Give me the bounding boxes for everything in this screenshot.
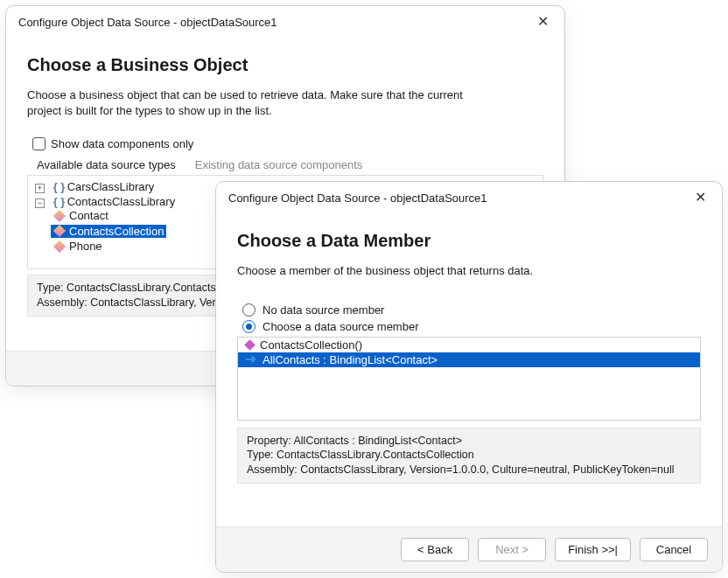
dialog-title: Configure Object Data Source - objectDat… (18, 16, 277, 29)
tree-label: ContactsCollection (69, 225, 164, 238)
member-info-panel: Property: AllContacts : BindingList<Cont… (237, 428, 701, 484)
back-button[interactable]: < Back (401, 538, 469, 561)
property-icon (246, 355, 256, 364)
method-icon (244, 339, 256, 351)
namespace-icon: { } (53, 195, 64, 208)
radio-icon[interactable] (242, 320, 256, 333)
finish-button[interactable]: Finish >>| (555, 538, 631, 561)
tree-class-contact[interactable]: Contact (51, 209, 111, 222)
member-list[interactable]: ContactsCollection() AllContacts : Bindi… (237, 337, 701, 421)
tabs: Available data source types Existing dat… (27, 154, 543, 175)
dialog-body: Choose a Data Member Choose a member of … (216, 212, 722, 526)
radio-no-data-source-member[interactable]: No data source member (242, 303, 701, 317)
titlebar: Configure Object Data Source - objectDat… (6, 6, 564, 36)
tree-class-phone[interactable]: Phone (51, 240, 105, 253)
tab-available-types[interactable]: Available data source types (27, 154, 186, 175)
collapse-icon[interactable]: − (35, 198, 45, 208)
info-line: Type: ContactsClassLibrary.ContactsColle… (247, 448, 691, 463)
namespace-icon: { } (53, 180, 64, 193)
titlebar: Configure Object Data Source - objectDat… (216, 182, 722, 212)
next-button: Next > (478, 538, 546, 561)
class-icon (53, 225, 66, 237)
page-subtext: Choose a business object that can be use… (27, 87, 500, 118)
info-line: Property: AllContacts : BindingList<Cont… (247, 434, 691, 449)
member-constructor[interactable]: ContactsCollection() (238, 338, 700, 352)
member-label: AllContacts : BindingList<Contact> (262, 353, 438, 366)
page-subtext: Choose a member of the business object t… (237, 263, 701, 279)
tree-label: ContactsClassLibrary (67, 195, 176, 208)
tree-namespace[interactable]: { } ContactsClassLibrary (51, 195, 178, 208)
dialog-footer: < Back Next > Finish >>| Cancel (216, 526, 722, 572)
checkbox-label: Show data components only (51, 137, 193, 150)
close-icon[interactable]: ✕ (690, 189, 711, 206)
tree-label: CarsClassLibrary (67, 180, 155, 193)
tree-namespace[interactable]: { } CarsClassLibrary (51, 180, 158, 193)
class-icon (53, 240, 66, 253)
class-icon (53, 210, 66, 222)
dialog-choose-data-member: Configure Object Data Source - objectDat… (215, 181, 723, 573)
checkbox-icon[interactable] (32, 137, 46, 150)
info-line: Assembly: ContactsClassLibrary, Version=… (247, 463, 691, 477)
radio-label: Choose a data source member (262, 320, 418, 333)
radio-icon[interactable] (242, 303, 256, 317)
tree-label: Phone (69, 240, 102, 253)
show-data-components-only[interactable]: Show data components only (32, 137, 543, 150)
tree-class-contactscollection[interactable]: ContactsCollection (51, 225, 166, 238)
member-label: ContactsCollection() (260, 338, 362, 352)
close-icon[interactable]: ✕ (532, 13, 554, 31)
tree-label: Contact (69, 209, 108, 222)
dialog-title: Configure Object Data Source - objectDat… (228, 192, 487, 205)
radio-label: No data source member (262, 303, 384, 317)
tab-existing-components[interactable]: Existing data source components (186, 154, 373, 175)
page-heading: Choose a Data Member (237, 231, 701, 251)
radio-choose-data-source-member[interactable]: Choose a data source member (242, 320, 701, 333)
page-heading: Choose a Business Object (27, 55, 543, 75)
expand-icon[interactable]: + (35, 184, 45, 193)
member-allcontacts[interactable]: AllContacts : BindingList<Contact> (238, 352, 700, 367)
cancel-button[interactable]: Cancel (640, 538, 708, 561)
